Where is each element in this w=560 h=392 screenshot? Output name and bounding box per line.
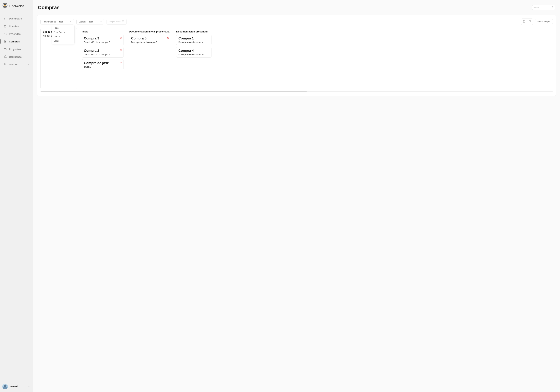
card-title: Compra 5 (131, 36, 169, 40)
dropdown-option-gerard[interactable]: Gerard (52, 34, 74, 39)
kanban-board: Sin inicia No hay tar Inicio Compra 3 De… (40, 28, 553, 89)
card-compra-5[interactable]: Compra 5 Descripción de la compra 5 (129, 35, 171, 45)
svg-rect-15 (4, 49, 6, 50)
trash-icon[interactable] (167, 36, 169, 40)
filter-label: Responsable: (43, 20, 56, 23)
column-title: Inicio (82, 30, 124, 33)
bar-chart-icon (4, 17, 7, 20)
view-toggle (521, 19, 533, 25)
bell-icon (4, 55, 7, 58)
responsable-select[interactable]: Todos (58, 20, 72, 23)
edelweiss-logo-icon (2, 3, 8, 9)
sidebar-item-proyectos[interactable]: Proyectos (0, 45, 33, 53)
card-compra-1[interactable]: Compra 1 Descripción de la compra 1 (176, 35, 211, 45)
trash-icon[interactable] (120, 36, 122, 40)
dropdown-option-todos[interactable]: Todos (52, 26, 74, 30)
board-scrollbar[interactable] (40, 91, 553, 92)
svg-line-28 (122, 21, 124, 22)
page-title: Compras (38, 5, 60, 10)
toolbar-right: Añadir compra (521, 19, 553, 25)
chevron-down-icon (100, 20, 102, 23)
view-kanban-button[interactable] (527, 19, 533, 25)
brand-logo-area: Edelweiss (0, 0, 33, 12)
book-icon (4, 25, 7, 28)
svg-rect-31 (529, 20, 530, 22)
card-compra-3[interactable]: Compra 3 Descripción de la compra 3 (82, 35, 124, 45)
card-compra-4[interactable]: Compra 4 Descripción de la compra 4 (176, 47, 211, 58)
estado-select[interactable]: Todos (88, 20, 102, 23)
more-horizontal-icon[interactable] (28, 385, 31, 388)
column-doc-presentada: Documentación presentad Compra 1 Descrip… (176, 28, 212, 89)
sidebar-item-clientes[interactable]: Clientes (0, 22, 33, 30)
svg-point-4 (3, 3, 5, 6)
card-compra-de-jose[interactable]: Compra de jose prueba (82, 59, 124, 70)
svg-rect-32 (530, 20, 531, 21)
sidebar-item-viviendas[interactable]: Viviendas (0, 30, 33, 38)
svg-point-5 (5, 6, 8, 8)
sidebar-item-label: Viviendas (9, 32, 21, 35)
clear-filters-label: Limpiar filtros (109, 20, 121, 23)
sidebar: Edelweiss Dashboard Clientes Viviendas C… (0, 0, 33, 392)
sidebar-item-compras[interactable]: Compras (0, 38, 33, 45)
search-icon (551, 6, 554, 9)
card-title: Compra 3 (84, 36, 121, 40)
scrollbar-thumb[interactable] (40, 91, 307, 92)
sidebar-item-gestion[interactable]: Gestion (0, 60, 33, 68)
sidebar-item-label: Clientes (9, 25, 19, 28)
svg-point-8 (4, 5, 6, 6)
add-compra-button[interactable]: Añadir compra (535, 19, 553, 24)
search-box[interactable] (532, 5, 555, 10)
sidebar-item-label: Compras (9, 40, 20, 43)
sidebar-item-label: Campañas (9, 55, 22, 58)
svg-line-26 (553, 8, 553, 8)
sidebar-item-label: Gestion (9, 63, 18, 66)
column-inicio: Inicio Compra 3 Descripción de la compra… (81, 28, 124, 89)
card-desc: Descripción de la compra 1 (178, 41, 209, 43)
compras-panel: Responsable: Todos Todos Jose Ramon Gera… (37, 15, 556, 96)
dropdown-option-jose-ramon[interactable]: Jose Ramon (52, 30, 74, 34)
svg-rect-12 (4, 25, 6, 27)
search-input[interactable] (534, 7, 551, 9)
trash-icon[interactable] (120, 61, 122, 64)
card-title: Compra de jose (84, 61, 121, 65)
card-compra-2[interactable]: Compra 2 Descripción de la compra 2 (82, 47, 124, 58)
svg-point-2 (2, 5, 4, 6)
svg-point-25 (552, 6, 553, 8)
svg-point-24 (30, 386, 30, 386)
column-title: Documentación presentad (176, 30, 211, 33)
chevron-up-icon (70, 20, 72, 23)
svg-point-19 (5, 65, 6, 65)
svg-point-22 (28, 386, 29, 386)
sidebar-item-campanas[interactable]: Campañas (0, 53, 33, 60)
filter-responsable: Responsable: Todos Todos Jose Ramon Gera… (40, 19, 74, 24)
card-desc: Descripción de la compra 2 (84, 53, 121, 56)
svg-point-3 (6, 5, 8, 6)
trash-icon[interactable] (120, 49, 122, 52)
svg-point-17 (4, 64, 5, 64)
svg-point-23 (29, 386, 30, 386)
filter-label: Estado: (79, 20, 86, 23)
svg-point-1 (4, 7, 5, 9)
column-title: Documentación inicial presentada (129, 30, 171, 33)
user-name: Gerard (10, 385, 18, 388)
select-value: Todos (88, 20, 93, 23)
svg-point-7 (3, 6, 5, 8)
main-content: Compras Responsable: Todos Todos Jose Ra (33, 0, 560, 392)
sidebar-item-dashboard[interactable]: Dashboard (0, 15, 33, 22)
sliders-icon (4, 63, 7, 66)
sidebar-nav: Dashboard Clientes Viviendas Compras Pro… (0, 15, 33, 68)
clear-filters-button[interactable]: Limpiar filtros (107, 19, 127, 25)
filter-estado: Estado: Todos (76, 19, 104, 24)
dropdown-option-jaime[interactable]: Jaime (52, 39, 74, 43)
card-desc: Descripción de la compra 3 (84, 41, 121, 43)
toolbar: Responsable: Todos Todos Jose Ramon Gera… (40, 19, 553, 25)
svg-point-21 (6, 64, 6, 64)
avatar[interactable] (2, 384, 8, 389)
filter-off-icon (122, 20, 124, 23)
main-header: Compras (33, 0, 560, 12)
view-list-button[interactable] (521, 19, 527, 25)
card-title: Compra 1 (178, 36, 209, 40)
card-desc: Descripción de la compra 5 (131, 41, 169, 43)
layout-kanban-icon (529, 20, 531, 23)
brand-name: Edelweiss (9, 4, 24, 8)
